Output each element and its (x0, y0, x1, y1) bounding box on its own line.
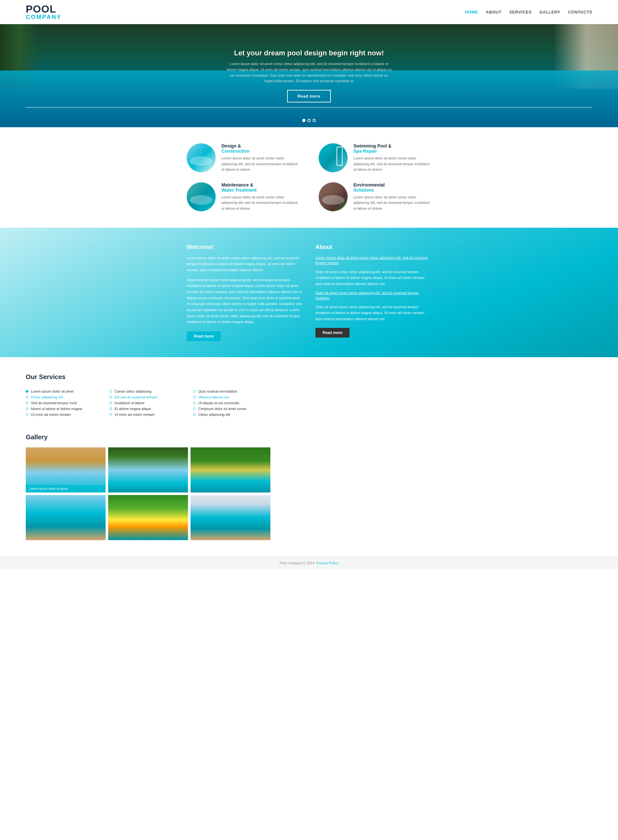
nav-about[interactable]: ABOUT (486, 10, 502, 15)
service-title-1: Design & Construction (221, 143, 299, 153)
services-col-3: Quis nostrud exercitation Ullamco labori… (193, 389, 270, 417)
nav-services[interactable]: SERVICES (509, 10, 532, 15)
list-item-text: Certpsum dolor sit amet conse (198, 407, 246, 411)
service-title-3: Maintenance & Water Treatment (221, 182, 299, 193)
welcome-read-more-button[interactable]: Read more (187, 331, 221, 341)
service-title-4: Environmental Solutions (354, 182, 431, 193)
list-item: Ut enim ad minim veniam (26, 412, 103, 417)
list-item-text: Iduent ut labore et dolore magna (31, 407, 82, 411)
gallery-item-6[interactable] (190, 495, 270, 540)
bullet-icon (26, 407, 28, 410)
list-item-text: Ut aliquip ex ea commodo (198, 401, 239, 405)
nav-gallery[interactable]: GALLERY (539, 10, 560, 15)
about-read-more-button[interactable]: Read more (315, 328, 349, 338)
gallery-item-1[interactable]: Lorem ipsum dolor sit amet (26, 447, 105, 493)
bullet-icon (110, 396, 112, 398)
about-para-1: Dolor sit amet conse ctetur adipiscing e… (315, 269, 431, 287)
service-text-2: Swimming Pool & Spa Repair Lorem ipsum d… (354, 143, 431, 173)
list-item: Ut enim ad minim veniam (110, 412, 187, 417)
welcome-title: Welcome! (187, 244, 303, 250)
hero-dot-1[interactable] (302, 119, 306, 122)
hero-cta-button[interactable]: Read more (287, 90, 331, 103)
hero-content: Let your dream pool design begin right n… (225, 49, 393, 102)
list-item: Ctetur adipiscing elit (193, 412, 270, 417)
gallery-image-6 (190, 495, 270, 540)
list-item: Et dolore magna alique (110, 406, 187, 412)
gallery-item-2[interactable] (108, 447, 188, 493)
bullet-icon (26, 396, 28, 398)
welcome-column: Welcome! Lorem ipsum dolor sit amet cons… (187, 244, 303, 341)
service-icon-ladder (336, 146, 343, 166)
service-desc-1: Lorem ipsum dolor sit amet conse ctetur … (221, 156, 299, 173)
hero-dot-3[interactable] (312, 119, 316, 122)
list-item-text: Ctetur adipiscing elit (198, 413, 230, 417)
gallery-title: Gallery (26, 433, 592, 441)
service-text-4: Environmental Solutions Lorem ipsum dolo… (354, 182, 431, 211)
hero-dot-2[interactable] (308, 119, 310, 122)
hero-carousel-dots (302, 119, 316, 122)
list-item: Lorem ipsum dolor sit amet (26, 389, 103, 394)
services-grid: Design & Construction Lorem ipsum dolor … (187, 143, 431, 211)
bullet-icon (193, 396, 196, 398)
list-item-text: Sed do eiusmod tempor incid (31, 401, 77, 405)
service-title-main-4: Environmental (354, 182, 385, 188)
nav-contacts[interactable]: CONTACTS (568, 10, 592, 15)
logo[interactable]: POOL COMPANY (26, 4, 62, 20)
service-text-1: Design & Construction Lorem ipsum dolor … (221, 143, 299, 173)
service-subtitle-2: Spa Repair (354, 149, 431, 153)
services-col-2: Canse ctetur adipiscing Elit sed do euis… (110, 389, 187, 417)
service-title-2: Swimming Pool & Spa Repair (354, 143, 431, 153)
services-list-grid: Lorem ipsum dolor sit amet Ctetur adipis… (26, 389, 270, 417)
bullet-icon (193, 407, 196, 410)
service-text-3: Maintenance & Water Treatment Lorem ipsu… (221, 182, 299, 211)
service-icon-design (187, 143, 215, 172)
service-icon-environmental (319, 182, 348, 211)
service-title-main-1: Design & (221, 143, 241, 149)
about-title: About (315, 244, 431, 250)
hero-title: Let your dream pool design begin right n… (225, 49, 393, 57)
service-subtitle-1: Construction (221, 149, 299, 153)
hero-section: Let your dream pool design begin right n… (0, 24, 618, 127)
list-item: Ctetur adipiscing elit (26, 394, 103, 400)
bullet-icon (193, 413, 196, 416)
gallery-image-4 (26, 495, 105, 540)
gallery-caption-1: Lorem ipsum dolor sit amet (26, 485, 105, 493)
about-link-1[interactable]: Lorem ipsum dolor sit amet conse ctetur … (315, 255, 431, 266)
gallery-grid: Lorem ipsum dolor sit amet (26, 447, 270, 540)
site-footer: Pool company © 2014. Privacy Policy (0, 556, 618, 569)
gallery-item-3[interactable] (190, 447, 270, 493)
list-item: Ullamco laboria nisi (193, 394, 270, 400)
service-subtitle-3: Water Treatment (221, 188, 299, 193)
list-item-text: Ut enim ad minim veniam (114, 413, 154, 417)
service-desc-2: Lorem ipsum dolor sit amet conse ctetur … (354, 156, 431, 173)
list-item: Certpsum dolor sit amet conse (193, 406, 270, 412)
service-desc-3: Lorem ipsum dolor sit amet conse ctetur … (221, 195, 299, 211)
nav-home[interactable]: HOME (465, 10, 478, 15)
privacy-policy-link[interactable]: Privacy Policy (316, 561, 338, 565)
list-item-text: Et dolore magna alique (114, 407, 151, 411)
bullet-icon (110, 402, 112, 404)
hero-text: Lorem ipsum dolor sit amet conse ctetur … (225, 61, 393, 84)
gallery-image-2 (108, 447, 188, 493)
welcome-para-1: Lorem ipsum dolor sit amet conse ctetur … (187, 255, 303, 273)
about-column: About Lorem ipsum dolor sit amet conse c… (315, 244, 431, 341)
service-item-1: Design & Construction Lorem ipsum dolor … (187, 143, 299, 173)
about-link-2[interactable]: Dolor sit amet conse ctetur adipiscing e… (315, 290, 431, 301)
services-col-1: Lorem ipsum dolor sit amet Ctetur adipis… (26, 389, 103, 417)
gallery-item-4[interactable] (26, 495, 105, 540)
our-services-section: Our Services Lorem ipsum dolor sit amet … (0, 357, 618, 433)
logo-company: COMPANY (26, 14, 62, 20)
service-desc-4: Lorem ipsum dolor sit amet conse ctetur … (354, 195, 431, 211)
bullet-icon (110, 407, 112, 410)
gallery-image-5 (108, 495, 188, 540)
list-item-text: Incididunt ut labore (114, 401, 144, 405)
service-icon-decoration (190, 156, 212, 166)
bullet-icon (26, 413, 28, 416)
gallery-section: Gallery Lorem ipsum dolor sit amet (0, 433, 618, 556)
gallery-item-5[interactable] (108, 495, 188, 540)
service-title-main-3: Maintenance & (221, 182, 253, 188)
service-subtitle-4: Solutions (354, 188, 431, 193)
service-item-2: Swimming Pool & Spa Repair Lorem ipsum d… (319, 143, 431, 173)
our-services-title: Our Services (26, 373, 592, 381)
list-item: Iduent ut labore et dolore magna (26, 406, 103, 412)
